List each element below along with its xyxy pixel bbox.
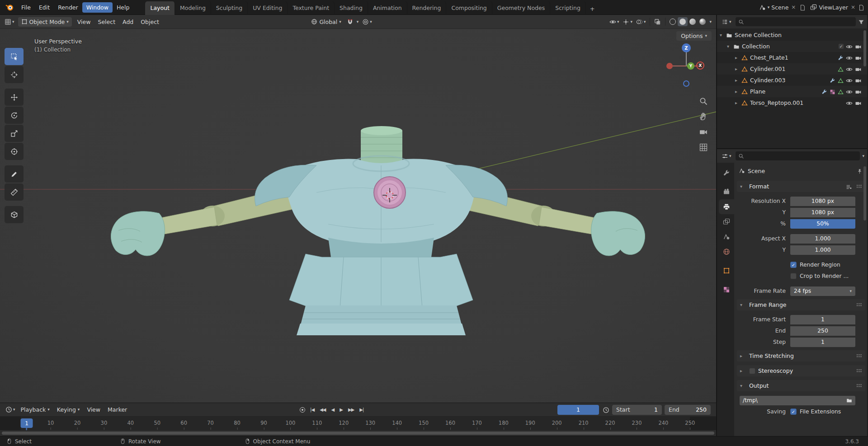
drag-handle-icon[interactable] <box>856 354 862 358</box>
show-gizmo-toggle[interactable]: ▾ <box>621 17 634 27</box>
toggle-xray-button[interactable] <box>652 17 663 27</box>
menu-file[interactable]: File <box>17 2 35 13</box>
aspect-x-field[interactable]: 1.000 <box>790 234 855 244</box>
properties-search-input[interactable] <box>736 151 860 160</box>
scene-browse-chevron[interactable]: ▾ <box>768 5 770 9</box>
aspect-y-field[interactable]: 1.000 <box>790 245 855 255</box>
navigation-gizmo[interactable]: Z Y X <box>663 41 710 91</box>
hide-eye-icon[interactable] <box>846 54 853 61</box>
tab-object-properties[interactable] <box>719 263 734 278</box>
tool-scale[interactable] <box>5 125 24 142</box>
3d-scene[interactable] <box>0 29 716 403</box>
view-menu[interactable]: View <box>83 405 104 414</box>
row-torso[interactable]: ▸ Torso_Reptopo.001 <box>717 97 867 108</box>
tool-add-cube[interactable] <box>5 206 24 223</box>
frame-start-field[interactable]: 1 <box>790 315 855 324</box>
tab-scene-properties[interactable] <box>719 229 734 244</box>
menu-add[interactable]: Add <box>119 17 137 27</box>
row-collection[interactable]: ▾ Collection ✓ <box>717 41 867 52</box>
mode-dropdown[interactable]: Object Mode ▾ <box>18 17 72 27</box>
disable-render-camera-icon[interactable] <box>855 77 862 84</box>
render-region-checkbox[interactable]: ✓ <box>790 262 797 268</box>
panel-time-stretching[interactable]: ▸ Time Stretching <box>737 350 865 361</box>
transform-orientation-dropdown[interactable]: Global ▾ <box>308 17 344 27</box>
auto-key-button[interactable] <box>300 407 305 413</box>
play-reverse-button[interactable]: ◀ <box>329 406 337 413</box>
gizmo-neg-z-axis[interactable] <box>683 80 689 87</box>
lower-armor[interactable] <box>289 238 473 335</box>
blender-logo-icon[interactable] <box>4 1 15 13</box>
hide-eye-icon[interactable] <box>846 88 853 95</box>
tool-move[interactable] <box>5 89 24 106</box>
shading-wireframe-button[interactable] <box>668 17 678 26</box>
drag-handle-icon[interactable] <box>856 184 862 188</box>
tab-geometry-nodes[interactable]: Geometry Nodes <box>492 1 550 15</box>
tab-rendering[interactable]: Rendering <box>407 1 447 15</box>
playhead[interactable]: 1 <box>21 418 33 428</box>
menu-render[interactable]: Render <box>54 2 82 13</box>
scene-name[interactable]: Scene <box>771 4 788 11</box>
menu-window[interactable]: Window <box>82 2 113 13</box>
resolution-percent-slider[interactable]: 50% <box>790 219 855 229</box>
options-dropdown[interactable]: Options▾ <box>676 31 712 41</box>
gizmo-neg-x-axis[interactable] <box>666 63 673 69</box>
viewlayer-icon[interactable] <box>810 4 817 11</box>
tab-uv-editing[interactable]: UV Editing <box>248 1 288 15</box>
tab-tool-properties[interactable] <box>719 165 734 180</box>
camera-view-icon[interactable] <box>699 127 708 136</box>
show-overlays-toggle[interactable]: ▾ <box>634 17 648 27</box>
tool-annotate[interactable] <box>5 165 24 183</box>
outliner-search-input[interactable] <box>736 17 856 26</box>
tab-compositing[interactable]: Compositing <box>446 1 492 15</box>
marker-menu[interactable]: Marker <box>104 405 131 414</box>
row-cylinder-001[interactable]: ▸ Cylinder.001 <box>717 63 867 75</box>
panel-format[interactable]: ▾ Format <box>737 181 865 192</box>
collection-checkbox[interactable]: ✓ <box>838 43 844 49</box>
properties-scrollbar[interactable] <box>863 166 866 221</box>
menu-view[interactable]: View <box>74 17 94 27</box>
row-cylinder-003[interactable]: ▸ Cylinder.003 <box>717 75 867 86</box>
jump-to-start-button[interactable]: |◀ <box>308 406 316 413</box>
shading-material-button[interactable] <box>688 17 698 26</box>
tab-shading[interactable]: Shading <box>335 1 368 15</box>
gizmo-y-axis[interactable]: Y <box>687 62 694 70</box>
play-button[interactable]: ▶ <box>337 406 345 413</box>
disable-render-camera-icon[interactable] <box>855 99 862 107</box>
tool-cursor[interactable] <box>5 66 24 83</box>
snap-settings-dropdown[interactable]: ▾ <box>355 19 361 25</box>
tab-modeling[interactable]: Modeling <box>175 1 211 15</box>
modifier-wrench-icon[interactable] <box>830 77 835 84</box>
menu-object[interactable]: Object <box>137 17 163 27</box>
viewlayer-unlink-icon[interactable]: × <box>850 4 856 10</box>
tab-world-properties[interactable] <box>719 244 734 259</box>
resolution-x-field[interactable]: 1080 px <box>790 197 855 206</box>
object-visibility-dropdown[interactable]: ▾ <box>608 17 621 27</box>
disable-render-camera-icon[interactable] <box>855 66 862 73</box>
keying-menu[interactable]: Keying▾ <box>53 405 84 414</box>
menu-help[interactable]: Help <box>113 2 134 13</box>
drag-handle-icon[interactable] <box>856 384 862 388</box>
new-viewlayer-icon[interactable] <box>858 4 864 11</box>
open-folder-icon[interactable] <box>846 397 852 404</box>
hide-eye-icon[interactable] <box>846 77 853 84</box>
hide-eye-icon[interactable] <box>846 99 853 107</box>
zoom-icon[interactable] <box>699 97 708 106</box>
tab-output-properties[interactable] <box>719 199 734 214</box>
scene-browse-icon[interactable] <box>759 4 766 11</box>
panel-stereoscopy[interactable]: ▸ ✓ Stereoscopy <box>737 365 865 376</box>
pan-hand-icon[interactable] <box>699 112 708 121</box>
jump-to-end-button[interactable]: ▶| <box>357 406 366 413</box>
outliner-filter-icon[interactable] <box>858 18 864 25</box>
disable-render-camera-icon[interactable] <box>855 43 862 50</box>
format-presets-icon[interactable] <box>846 183 852 190</box>
prev-keyframe-button[interactable]: ◀◀ <box>317 406 328 413</box>
tab-viewlayer-properties[interactable] <box>719 214 734 229</box>
next-keyframe-button[interactable]: ▶▶ <box>346 406 356 413</box>
timeline-scrollbar[interactable] <box>0 430 716 436</box>
menu-select[interactable]: Select <box>94 17 119 27</box>
hide-eye-icon[interactable] <box>846 66 853 73</box>
modifier-wrench-icon[interactable] <box>821 88 827 95</box>
mesh-data-icon[interactable] <box>838 66 844 72</box>
mesh-data-icon[interactable] <box>838 77 844 84</box>
properties-options-chevron[interactable]: ▾ <box>862 154 864 158</box>
